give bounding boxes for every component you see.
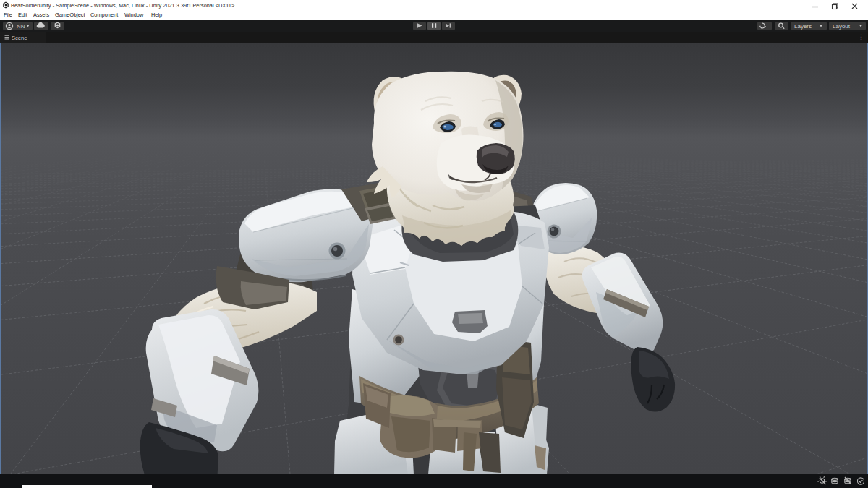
svg-text:Layout: Layout	[833, 23, 851, 30]
svg-text:Layers: Layers	[794, 23, 812, 30]
svg-text:NN: NN	[17, 23, 25, 30]
